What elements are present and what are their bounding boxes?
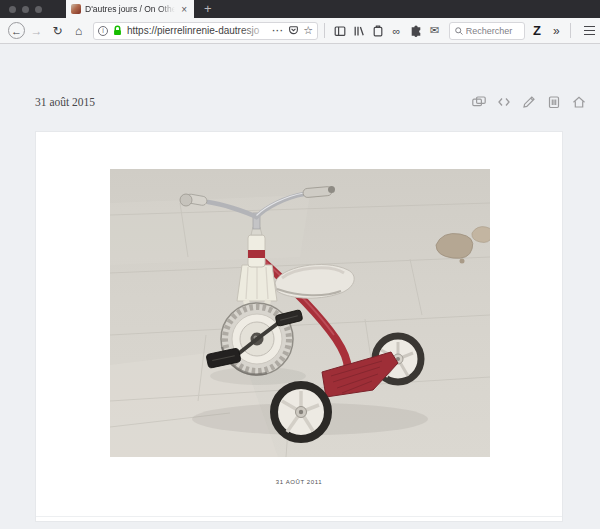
blog-action-bar [471,94,587,110]
window-zoom-button[interactable] [35,6,42,13]
post-photo[interactable] [110,169,490,457]
back-icon[interactable]: ← [8,22,25,39]
shuffle-icon[interactable] [471,94,487,110]
photo-caption: 31 AOÛT 2011 [36,479,562,485]
reload-icon[interactable]: ↻ [48,21,67,40]
navigation-toolbar: ← → ↻ ⌂ i https://pierrelinrenie-dautres… [0,18,600,44]
clipboard-icon[interactable] [369,22,386,39]
search-box[interactable] [449,22,525,40]
home-icon[interactable]: ⌂ [69,21,88,40]
post-date: 31 août 2015 [35,96,95,108]
sidebar-toggle-icon[interactable] [331,22,348,39]
url-bar[interactable]: i https://pierrelinrenie-dautresjo ··· ☆ [93,22,318,40]
browser-tab[interactable]: D'autres jours / On Other Days × [66,0,194,18]
page-viewport: 31 août 2015 [0,44,600,529]
bookmark-star-icon[interactable]: ☆ [303,24,313,37]
forward-icon[interactable]: → [27,21,46,40]
infinity-extension-icon[interactable]: ∞ [388,22,405,39]
overflow-menu-icon[interactable]: » [549,24,564,38]
trash-icon[interactable] [546,94,562,110]
new-tab-button[interactable]: + [194,0,222,18]
pocket-icon[interactable] [287,24,300,37]
site-favicon-icon [71,4,81,14]
window-controls [0,0,52,18]
search-icon [454,25,464,37]
card-divider [36,516,562,517]
post-card: 31 AOÛT 2011 [35,131,563,522]
url-text[interactable]: https://pierrelinrenie-dautresjo [127,25,269,36]
hamburger-menu-icon[interactable] [577,26,600,36]
window-minimize-button[interactable] [22,6,29,13]
edit-pencil-icon[interactable] [521,94,537,110]
code-icon[interactable] [496,94,512,110]
browser-window: D'autres jours / On Other Days × + ← → ↻… [0,0,600,529]
library-icon[interactable] [350,22,367,39]
toolbar-separator [324,23,325,38]
titlebar: D'autres jours / On Other Days × + [0,0,600,18]
tab-close-icon[interactable]: × [179,4,189,15]
zotero-extension-icon[interactable]: Z [527,23,547,38]
tab-title: D'autres jours / On Other Days [85,4,175,14]
puzzle-extension-icon[interactable] [407,22,424,39]
toolbar-separator [570,23,571,38]
lock-icon [111,24,124,37]
site-info-icon[interactable]: i [98,26,108,36]
page-actions-icon[interactable]: ··· [272,26,284,36]
window-close-button[interactable] [9,6,16,13]
blog-home-icon[interactable] [571,94,587,110]
search-input[interactable] [466,26,520,36]
mail-extension-icon[interactable]: ✉ [426,22,443,39]
